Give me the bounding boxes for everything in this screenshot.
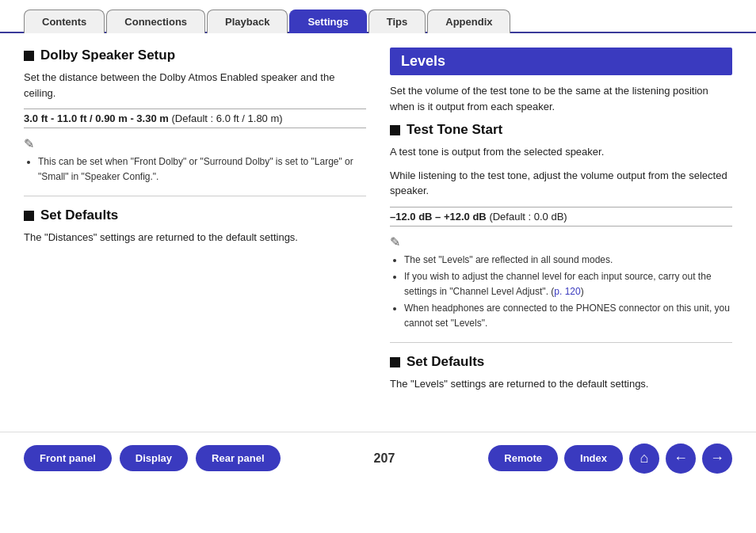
tab-playback[interactable]: Playback	[207, 10, 288, 33]
test-tone-title: Test Tone Start	[390, 122, 732, 138]
test-tone-desc2: While listening to the test tone, adjust…	[390, 168, 732, 199]
back-button[interactable]: ←	[666, 444, 696, 474]
footer-left: Front panel Display Rear panel	[24, 445, 281, 471]
remote-button[interactable]: Remote	[488, 445, 558, 471]
tab-connections[interactable]: Connections	[106, 10, 205, 33]
test-tone-note-3: When headphones are connected to the PHO…	[404, 301, 732, 331]
tab-settings[interactable]: Settings	[289, 10, 366, 33]
home-icon: ⌂	[640, 450, 649, 466]
test-tone-note-icon: ✎	[390, 234, 732, 249]
dolby-note-1: This can be set when "Front Dolby" or "S…	[38, 154, 366, 185]
left-divider	[24, 196, 366, 196]
test-tone-desc1: A test tone is output from the selected …	[390, 144, 732, 160]
dolby-value-normal: (Default : 6.0 ft / 1.80 m)	[171, 112, 282, 124]
main-content: Dolby Speaker Setup Set the distance bet…	[0, 33, 756, 408]
set-defaults-desc-left: The "Distances" settings are returned to…	[24, 230, 366, 246]
test-tone-note-list: The set "Levels" are reflected in all so…	[390, 253, 732, 332]
back-icon: ←	[674, 450, 688, 466]
test-tone-value-bar: –12.0 dB – +12.0 dB (Default : 0.0 dB)	[390, 207, 732, 227]
set-defaults-desc-right: The "Levels" settings are returned to th…	[390, 376, 732, 392]
forward-button[interactable]: →	[702, 444, 732, 474]
tab-appendix[interactable]: Appendix	[427, 10, 510, 33]
forward-icon: →	[710, 450, 724, 466]
rear-panel-button[interactable]: Rear panel	[196, 445, 280, 471]
footer: Front panel Display Rear panel 207 Remot…	[0, 432, 756, 485]
set-defaults-title-left: Set Defaults	[24, 207, 366, 223]
home-button[interactable]: ⌂	[629, 444, 659, 474]
right-divider	[390, 342, 732, 343]
title-square-icon-2	[24, 211, 34, 221]
test-tone-value-strong: –12.0 dB – +12.0 dB	[390, 211, 487, 223]
dolby-speaker-setup-title: Dolby Speaker Setup	[24, 48, 366, 63]
levels-desc: Set the volume of the test tone to be th…	[390, 83, 732, 114]
right-column: Levels Set the volume of the test tone t…	[390, 48, 732, 400]
dolby-value-bar: 3.0 ft - 11.0 ft / 0.90 m - 3.30 m (Defa…	[24, 109, 366, 128]
front-panel-button[interactable]: Front panel	[24, 445, 112, 471]
channel-level-link[interactable]: p. 120	[554, 286, 580, 297]
dolby-note-list: This can be set when "Front Dolby" or "S…	[24, 154, 366, 185]
nav-tabs: Contents Connections Playback Settings T…	[0, 0, 756, 33]
title-square-icon	[24, 51, 34, 61]
footer-right: Remote Index ⌂ ← →	[488, 444, 732, 474]
test-tone-value-normal: (Default : 0.0 dB)	[489, 211, 567, 223]
dolby-note-icon: ✎	[24, 136, 366, 151]
dolby-desc: Set the distance between the Dolby Atmos…	[24, 70, 366, 101]
dolby-value-strong: 3.0 ft - 11.0 ft / 0.90 m - 3.30 m	[24, 112, 169, 124]
index-button[interactable]: Index	[564, 445, 623, 471]
left-column: Dolby Speaker Setup Set the distance bet…	[24, 48, 366, 400]
title-square-icon-4	[390, 357, 400, 367]
display-button[interactable]: Display	[120, 445, 188, 471]
dolby-notes: ✎ This can be set when "Front Dolby" or …	[24, 136, 366, 185]
tab-contents[interactable]: Contents	[24, 10, 105, 33]
levels-header: Levels	[390, 48, 732, 75]
test-tone-note-1: The set "Levels" are reflected in all so…	[404, 253, 732, 268]
tab-tips[interactable]: Tips	[368, 10, 426, 33]
page-number: 207	[374, 451, 395, 466]
title-square-icon-3	[390, 125, 400, 135]
set-defaults-title-right: Set Defaults	[390, 354, 732, 370]
test-tone-note-2: If you wish to adjust the channel level …	[404, 269, 732, 299]
test-tone-notes: ✎ The set "Levels" are reflected in all …	[390, 234, 732, 332]
